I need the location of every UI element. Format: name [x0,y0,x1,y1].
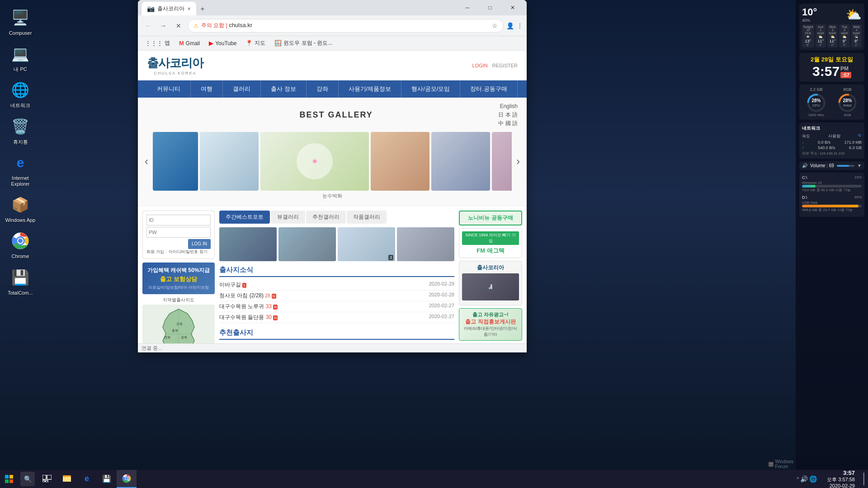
register-link[interactable]: REGISTER [492,63,518,68]
net-speed-label: 속도 [802,133,810,139]
desktop-icon-chrome[interactable]: Chrome [2,228,38,262]
lang-chinese[interactable]: 中 國 語 [498,119,518,128]
clock-widget: 2월 29일 토요일 3:57 PM :57 [799,53,864,82]
news-text-2: 청사포 아침 (2/28) 28 N [219,292,276,300]
browser-menu-icon[interactable]: ⋮ [517,22,523,29]
desktop-icon-mypc[interactable]: 💻 내 PC [2,41,38,75]
new-tab-button[interactable]: + [196,3,209,15]
news-item-2[interactable]: 청사포 아침 (2/28) 28 N 2020-02-28 [219,291,454,301]
youtube-icon: ▶ [209,40,213,47]
photo-grid-item-4[interactable] [397,227,454,261]
reload-button[interactable]: ✕ [172,19,185,32]
photo-grid-item-3[interactable]: 3 [338,227,395,261]
gallery-image-6[interactable] [492,132,512,191]
ad-direct[interactable]: 출고 자유광고~! 출고 직접홍보게시판 카메라/휴대폰/인터넷/가전/식품/기… [459,308,522,341]
forward-button[interactable]: → [157,19,170,32]
chrome-icon [9,230,31,252]
bookmark-youtube[interactable]: ▶ YouTube [205,38,240,49]
ad-banner-insurance[interactable]: 가입혜택 캐쉬백 50%지급 출고 보험상담 의료실비/암보험/태아·어린이보험 [142,263,215,294]
address-bar[interactable]: ⚠ 주의 요함 | chulsa.kr ☆ [188,19,504,33]
start-button[interactable] [0,470,18,488]
news-item-3[interactable]: 대구수목원 노루귀 33 N 2020-02-27 [219,301,454,312]
bookmark-gmail[interactable]: M Gmail [175,38,203,49]
tab-close-button[interactable]: ✕ [187,6,191,11]
volume-expand-icon[interactable]: ▼ [857,163,862,168]
search-button[interactable]: 🔍 [20,472,35,486]
photo-grid-item-2[interactable] [278,227,336,261]
gallery-next-arrow[interactable]: › [514,155,522,168]
gallery-prev-arrow[interactable]: ‹ [142,155,151,168]
photo-grid-item-1[interactable] [219,227,277,261]
lang-japanese[interactable]: 日 本 語 [498,111,518,119]
browser-active-tab[interactable]: 📷 출사코리아 ✕ [142,2,196,15]
desktop-icon-recycle[interactable]: 🗑️ 휴지통 [2,113,38,147]
taskbar-app-explorer[interactable] [57,470,77,488]
lang-english[interactable]: English [498,102,518,111]
tab-recommended[interactable]: 추천갤러리 [306,211,346,224]
volume-bar[interactable] [837,165,854,167]
desktop-icon-ie[interactable]: e Internet Explorer [2,150,38,189]
website-content: 출사코리아 CHULSA KOREA LOGIN REGISTER 커뮤니티 여… [138,51,527,343]
login-id-input[interactable] [146,215,211,225]
svg-text:강원: 강원 [176,322,183,325]
nav-community[interactable]: 커뮤니티 [147,80,191,98]
tab-view-gallery[interactable]: 뷰갤러리 [271,211,305,224]
ad-chulsa-img: 🍶 [462,273,519,300]
browser-titlebar: 📷 출사코리아 ✕ + ─ □ ✕ [138,0,527,15]
nav-info[interactable]: 출사 정보 [261,80,307,98]
news-item-1[interactable]: 이바구길 1 2020-02-29 [219,280,454,291]
close-button[interactable]: ✕ [502,0,523,15]
tray-volume-icon[interactable]: 🔊 [800,475,808,483]
disk-d-pct: 95% [854,195,862,200]
taskbar-app-taskview[interactable] [37,470,57,488]
ad-noni[interactable]: 노니비뉴 공동구매 [459,211,522,225]
gallery-image-5[interactable] [431,132,490,191]
gallery-image-3[interactable]: 🌸 [260,132,369,191]
nav-travel[interactable]: 여행 [191,80,223,98]
gallery-languages[interactable]: English 日 本 語 中 國 語 [498,102,518,128]
desktop-icon-network[interactable]: 🌐 네트워크 [2,77,38,111]
forecast-sun-date: 2 MAR [816,28,825,35]
tab-weekly-best[interactable]: 주간베스트포토 [219,211,270,224]
nav-gallery[interactable]: 갤러리 [223,80,261,98]
profile-icon[interactable]: 👤 [506,22,514,29]
maximize-button[interactable]: □ [480,0,500,15]
back-button[interactable]: ← [142,19,154,32]
news-item-4[interactable]: 대구수목원 들단풍 30 N 2020-02-27 [219,312,454,323]
taskbar-app-chrome[interactable] [117,470,137,488]
tray-network-icon[interactable]: 🌐 [809,475,817,483]
find-id-pw-text[interactable]: 아이디/비밀번호 찾기 [169,249,208,255]
ad-fm[interactable]: SINCE 1994 라이오 뻬기 기업 FM 애그텍 [459,228,522,258]
register-text[interactable]: 회원 가입 [146,249,164,255]
korea-map[interactable]: 강원 충북 전북 경북 전남 경남 부산 [142,305,215,343]
net-refresh-icon[interactable]: ↻ [858,133,862,139]
nav-lecture[interactable]: 강좌 [307,80,339,98]
nav-event[interactable]: 행사/공모/모임 [401,80,460,98]
nav-market[interactable]: 장터.공동구매 [460,80,518,98]
bookmark-apps[interactable]: ⋮⋮⋮ 앱 [142,38,174,49]
minimize-button[interactable]: ─ [457,0,478,15]
tab-masterwork[interactable]: 작품갤러리 [347,211,387,224]
bookmark-maps[interactable]: 📍 지도 [242,38,269,49]
taskbar-app-totalcom[interactable]: 💾 [97,470,117,488]
ad-chulsa[interactable]: 출사코리아 🍶 [459,261,522,305]
bookmark-star-icon[interactable]: ☆ [492,22,498,29]
taskbar-clock[interactable]: 3:57 오후 3:57:58 2020-02-29 [823,469,859,488]
gallery-image-1[interactable] [153,132,198,191]
login-link[interactable]: LOGIN [472,63,488,68]
tray-expand-icon[interactable]: ^ [797,477,799,482]
desktop-icon-totalcom[interactable]: 💾 TotalCom... [2,264,38,298]
notification-area: ^ 🔊 🌐 [794,475,820,483]
taskbar-app-ie[interactable]: e [77,470,97,488]
nav-product[interactable]: 사용기/제품정보 [339,80,402,98]
gallery-image-2[interactable] [200,132,259,191]
show-desktop-button[interactable] [862,470,866,488]
gallery-image-4[interactable] [371,132,429,191]
login-button[interactable]: LOG IN [188,239,211,249]
desktop-icon-windows-app[interactable]: 📦 Windows App [2,192,38,225]
bookmark-windows-forum[interactable]: 🪟 윈도우 포럼 - 윈도... [271,38,336,49]
desktop-icon-compuser[interactable]: 🖥️ Compuser [2,5,38,38]
disk-c-drive: C:\ [802,175,807,180]
login-pw-input[interactable] [146,227,211,238]
site-navigation: 커뮤니티 여행 갤러리 출사 정보 강좌 사용기/제품정보 행사/공모/모임 장… [138,80,527,98]
